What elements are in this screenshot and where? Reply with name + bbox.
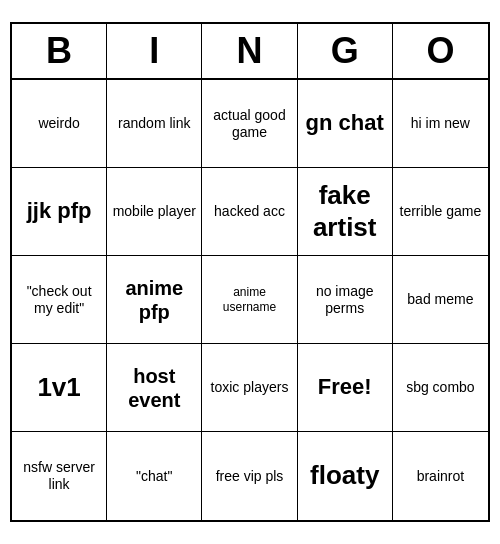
bingo-cell: 1v1: [12, 344, 107, 432]
letter-n: N: [202, 24, 297, 78]
bingo-cell: actual good game: [202, 80, 297, 168]
bingo-grid: weirdorandom linkactual good gamegn chat…: [12, 80, 488, 520]
letter-b: B: [12, 24, 107, 78]
bingo-cell: hi im new: [393, 80, 488, 168]
bingo-cell: toxic players: [202, 344, 297, 432]
bingo-cell: nsfw server link: [12, 432, 107, 520]
letter-i: I: [107, 24, 202, 78]
bingo-card: B I N G O weirdorandom linkactual good g…: [10, 22, 490, 522]
bingo-cell: brainrot: [393, 432, 488, 520]
bingo-cell: gn chat: [298, 80, 393, 168]
bingo-cell: hacked acc: [202, 168, 297, 256]
bingo-cell: random link: [107, 80, 202, 168]
bingo-cell: host event: [107, 344, 202, 432]
bingo-header: B I N G O: [12, 24, 488, 80]
letter-g: G: [298, 24, 393, 78]
bingo-cell: terrible game: [393, 168, 488, 256]
bingo-cell: floaty: [298, 432, 393, 520]
bingo-cell: no image perms: [298, 256, 393, 344]
bingo-cell: fake artist: [298, 168, 393, 256]
bingo-cell: "check out my edit": [12, 256, 107, 344]
bingo-cell: jjk pfp: [12, 168, 107, 256]
bingo-cell: anime pfp: [107, 256, 202, 344]
bingo-cell: Free!: [298, 344, 393, 432]
bingo-cell: "chat": [107, 432, 202, 520]
bingo-cell: anime username: [202, 256, 297, 344]
bingo-cell: mobile player: [107, 168, 202, 256]
bingo-cell: free vip pls: [202, 432, 297, 520]
bingo-cell: sbg combo: [393, 344, 488, 432]
bingo-cell: weirdo: [12, 80, 107, 168]
bingo-cell: bad meme: [393, 256, 488, 344]
letter-o: O: [393, 24, 488, 78]
